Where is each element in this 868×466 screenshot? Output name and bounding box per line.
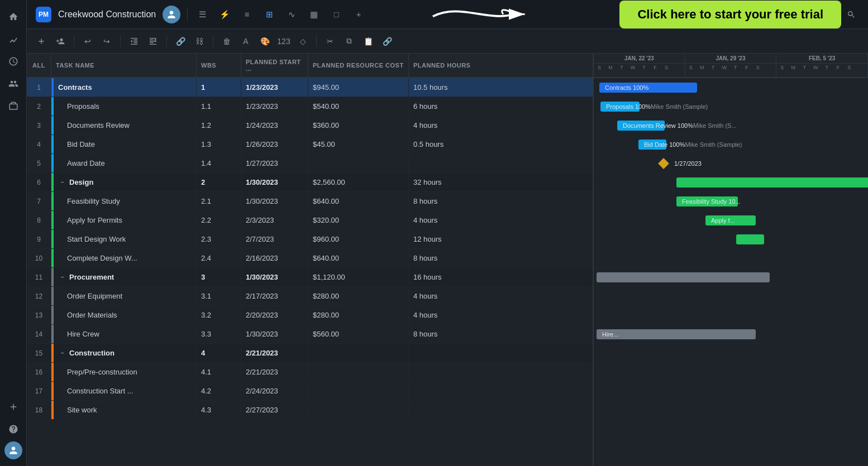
gantt-bar[interactable]: Apply f...	[705, 215, 756, 225]
user-avatar[interactable]	[4, 441, 22, 459]
row-num: 12	[27, 287, 51, 305]
day-label: F	[741, 64, 752, 70]
table-row[interactable]: 16 Prep/Pre-construction 4.1 2/21/2023	[27, 363, 593, 382]
list-view-icon[interactable]: ☰	[194, 7, 210, 22]
table-row[interactable]: 6 − Design 2 1/30/2023 $2,560.00 32 hour…	[27, 173, 593, 192]
sidebar-item-users[interactable]	[3, 74, 23, 94]
group-toggle-icon[interactable]: −	[58, 349, 67, 358]
gantt-bar[interactable]: Feasibility Study 10...	[676, 196, 738, 206]
shape-button[interactable]: ◇	[295, 33, 311, 49]
sidebar-item-help[interactable]	[3, 419, 23, 439]
unlink-button[interactable]: ⛓	[192, 33, 207, 49]
row-start: 2/24/2023	[241, 382, 308, 400]
project-avatar[interactable]	[163, 6, 180, 23]
milestone-label: 1/27/2023	[674, 160, 702, 167]
gantt-bar[interactable]: Bid Date 100% Mike Smith (Sample)	[638, 140, 666, 150]
copy-button[interactable]: ⧉	[341, 33, 357, 49]
sidebar-item-activity[interactable]	[3, 29, 23, 49]
row-hours	[409, 382, 487, 400]
table-row[interactable]: 8 Apply for Permits 2.2 2/3/2023 $320.00…	[27, 211, 593, 230]
group-toggle-icon[interactable]: −	[58, 178, 67, 187]
gantt-bar[interactable]: Documents Review 100% Mike Smith (S...	[617, 121, 665, 131]
sidebar-item-clock[interactable]	[3, 51, 23, 71]
gantt-table: ALL TASK NAME WBS PLANNED START ... PLAN…	[27, 54, 594, 466]
table-row[interactable]: 18 Site work 4.3 2/27/2023	[27, 401, 593, 420]
table-row[interactable]: 9 Start Design Work 2.3 2/7/2023 $960.00…	[27, 230, 593, 249]
sidebar-item-home[interactable]	[3, 7, 23, 27]
table-row[interactable]: 14 Hire Crew 3.3 1/30/2023 $560.00 8 hou…	[27, 325, 593, 344]
row-num: 3	[27, 116, 51, 134]
group-toggle-icon[interactable]: −	[58, 273, 67, 282]
table-row[interactable]: 4 Bid Date 1.3 1/26/2023 $45.00 0.5 hour…	[27, 135, 593, 154]
table-row[interactable]: 3 Documents Review 1.2 1/24/2023 $360.00…	[27, 116, 593, 135]
color-button[interactable]: 🎨	[257, 33, 273, 49]
gantt-bar[interactable]: Contracts 100%	[599, 83, 697, 93]
row-wbs: 4.2	[197, 382, 241, 400]
gantt-chart: JAN, 22 '23SMTWTFSJAN, 29 '23SMTWTFSFEB,…	[594, 54, 868, 466]
text-format-button[interactable]: A	[238, 33, 254, 49]
row-cost: $320.00	[308, 211, 409, 229]
table-row[interactable]: 17 Construction Start ... 4.2 2/24/2023	[27, 382, 593, 401]
row-task-name: Bid Date	[54, 135, 197, 153]
gantt-bar[interactable]: Hire...	[597, 329, 756, 339]
row-hours: 6 hours	[409, 97, 487, 116]
table-row[interactable]: 5 Award Date 1.4 1/27/2023	[27, 154, 593, 173]
row-start: 1/30/2023	[241, 268, 308, 286]
table-row[interactable]: 13 Order Materials 3.2 2/20/2023 $280.00…	[27, 306, 593, 325]
link-button[interactable]: 🔗	[173, 33, 188, 49]
table-row[interactable]: 12 Order Equipment 3.1 2/17/2023 $280.00…	[27, 287, 593, 306]
delete-button[interactable]: 🗑	[219, 33, 235, 49]
table-view-icon[interactable]: ⊞	[261, 7, 277, 22]
row-task-name: Proposals	[54, 97, 197, 116]
calendar-view-icon[interactable]: ▦	[306, 7, 322, 22]
row-cost: $640.00	[308, 249, 409, 267]
redo-button[interactable]: ↪	[99, 33, 115, 49]
gantt-bar-extra-label: Mike Smith (S...	[693, 122, 737, 129]
table-row[interactable]: 7 Feasibility Study 2.1 1/30/2023 $640.0…	[27, 192, 593, 211]
top-header: PM Creekwood Construction ☰ ⚡ ≡ ⊞ ∿ ▦ □ …	[27, 0, 868, 29]
row-wbs: 3.1	[197, 287, 241, 305]
gantt-view-icon[interactable]: ⚡	[217, 7, 232, 22]
row-task-name: Feasibility Study	[54, 192, 197, 210]
chart-view-icon[interactable]: ∿	[284, 7, 299, 22]
compact-icon[interactable]: ≡	[239, 7, 255, 22]
numbering-button[interactable]: 123	[276, 33, 292, 49]
cta-banner[interactable]: Click here to start your free trial	[619, 1, 841, 28]
row-start: 2/21/2023	[241, 344, 308, 362]
table-row[interactable]: 1 Contracts 1 1/23/2023 $945.00 10.5 hou…	[27, 78, 593, 97]
sidebar-item-add[interactable]	[3, 397, 23, 417]
outdent-button[interactable]	[126, 33, 142, 49]
search-icon[interactable]	[843, 7, 859, 22]
header-right	[843, 7, 859, 22]
add-task-button[interactable]	[34, 33, 49, 49]
add-view-icon[interactable]: +	[351, 7, 366, 22]
date-group: FEB, 5 '23SMTWTFS	[776, 54, 868, 77]
hyperlink-button[interactable]: 🔗	[379, 33, 395, 49]
row-cost: $2,560.00	[308, 173, 409, 191]
gantt-row: Apply f...	[594, 211, 868, 230]
table-row[interactable]: 11 − Procurement 3 1/30/2023 $1,120.00 1…	[27, 268, 593, 287]
row-wbs: 1	[197, 78, 241, 97]
table-row[interactable]: 2 Proposals 1.1 1/23/2023 $540.00 6 hour…	[27, 97, 593, 116]
row-start: 2/7/2023	[241, 230, 308, 248]
gantt-row: Feasibility Study 10...	[594, 192, 868, 211]
table-row[interactable]: 10 Complete Design W... 2.4 2/16/2023 $6…	[27, 249, 593, 268]
gantt-bar[interactable]	[597, 272, 770, 282]
day-label: W	[627, 64, 638, 70]
gantt-bar[interactable]	[736, 234, 764, 244]
cut-button[interactable]: ✂	[322, 33, 338, 49]
row-wbs: 4.1	[197, 363, 241, 381]
gantt-bar[interactable]: Proposals 100% Mike Smith (Sample)	[600, 102, 640, 112]
sidebar-item-briefcase[interactable]	[3, 96, 23, 116]
col-header-hours: PLANNED HOURS	[409, 54, 487, 77]
gantt-bar[interactable]	[676, 177, 868, 188]
gantt-chart-header: JAN, 22 '23SMTWTFSJAN, 29 '23SMTWTFSFEB,…	[594, 54, 868, 78]
indent-button[interactable]	[145, 33, 161, 49]
undo-button[interactable]: ↩	[80, 33, 96, 49]
paste-button[interactable]: 📋	[360, 33, 376, 49]
row-hours: 10.5 hours	[409, 78, 487, 97]
table-row[interactable]: 15 − Construction 4 2/21/2023	[27, 344, 593, 363]
add-user-button[interactable]	[53, 33, 68, 49]
row-num: 1	[27, 78, 51, 97]
doc-view-icon[interactable]: □	[328, 7, 344, 22]
